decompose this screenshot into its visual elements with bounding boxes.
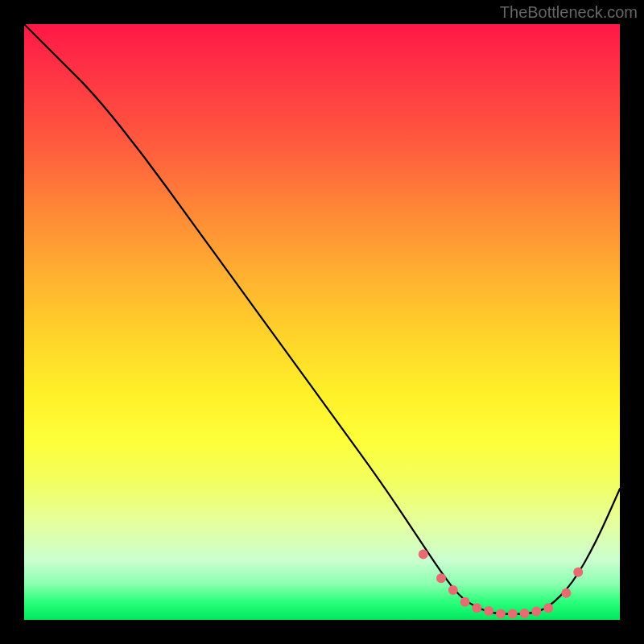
valley-marker [472,603,481,613]
valley-marker [573,568,583,577]
bottleneck-curve [24,24,620,614]
valley-marker [448,585,458,595]
valley-markers [419,550,583,619]
valley-marker [561,588,571,598]
chart-frame: TheBottleneck.com [0,0,644,644]
valley-marker [531,607,541,617]
valley-marker [484,606,493,616]
valley-marker [520,609,530,618]
valley-marker [436,573,446,583]
valley-marker [419,550,428,559]
curve-layer [24,24,620,620]
plot-area [24,24,620,620]
valley-marker [460,597,470,607]
valley-marker [496,609,506,619]
watermark-text: TheBottleneck.com [500,3,638,22]
valley-marker [508,609,518,619]
valley-marker [543,603,553,613]
